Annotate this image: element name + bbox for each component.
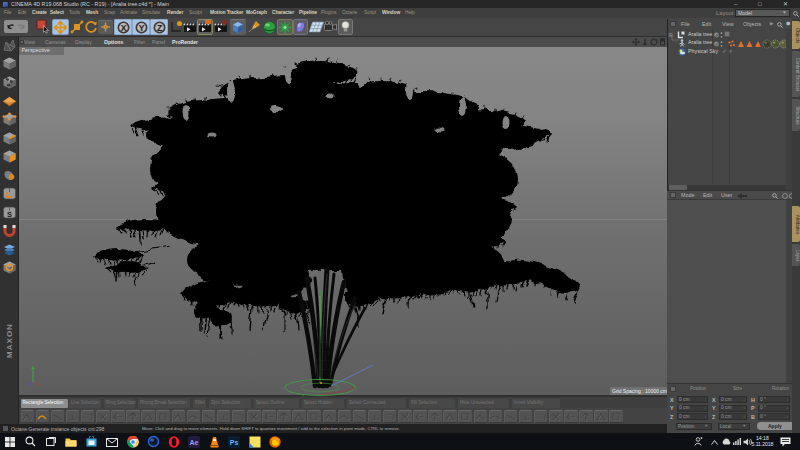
svg-text:S: S	[7, 210, 12, 219]
svg-text:Y: Y	[138, 22, 144, 32]
svg-text:Ae: Ae	[190, 438, 199, 445]
svg-text:Ps: Ps	[230, 438, 239, 445]
svg-text:X: X	[120, 22, 126, 32]
svg-text:Z: Z	[156, 22, 161, 32]
